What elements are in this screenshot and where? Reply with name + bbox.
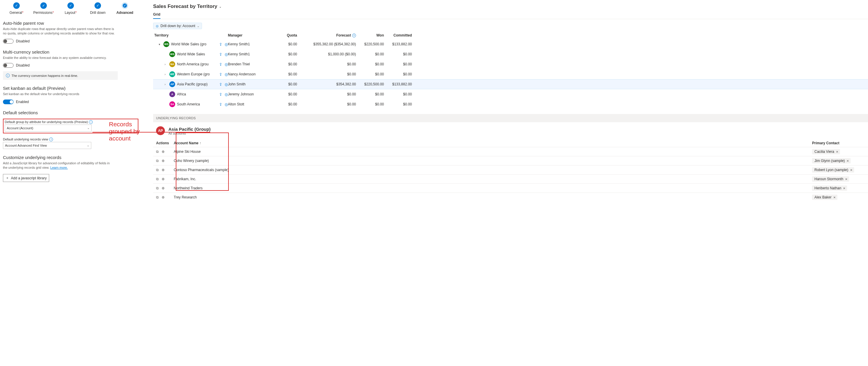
person-icon[interactable]: ◎	[225, 42, 228, 47]
person-icon[interactable]: ◎	[225, 92, 228, 97]
info-icon[interactable]: i	[352, 34, 356, 37]
autohide-title: Auto-hide parent row	[3, 21, 138, 26]
col-manager[interactable]: Manager	[228, 33, 269, 37]
territory-row[interactable]: ▾ WS World Wide Sales (group ⇪ ◎ Kenny S…	[153, 39, 868, 49]
quota-cell: $0.00	[269, 102, 297, 106]
primary-contact-chip[interactable]: Cacilia Viera✕	[812, 149, 840, 154]
add-icon[interactable]: ⊕	[162, 195, 164, 199]
forecast-cell: $354,382.00	[297, 82, 356, 86]
territory-badge: SA	[169, 101, 175, 107]
view-select[interactable]: Account Advanced Find View ⌄	[3, 142, 91, 149]
territory-row[interactable]: SA South America ⇪ ◎ Alton Stott $0.00 $…	[153, 99, 868, 109]
share-icon[interactable]: ⇪	[219, 102, 222, 106]
territory-row[interactable]: › WE Western Europe (gro ⇪ ◎ Nancy Ander…	[153, 69, 868, 79]
territory-row[interactable]: › NA North America (grou ⇪ ◎ Brenden Thi…	[153, 59, 868, 69]
add-icon[interactable]: ⊕	[162, 159, 164, 163]
info-icon[interactable]: i	[89, 120, 93, 124]
col-quota[interactable]: Quota	[269, 33, 297, 37]
territory-row[interactable]: WS World Wide Sales ⇪ ◎ Kenny Smith1 $0.…	[153, 49, 868, 59]
open-icon[interactable]: ⧉	[156, 177, 159, 181]
group-by-label: Default group by attribute for underlyin…	[5, 120, 88, 124]
person-icon[interactable]: ◎	[225, 72, 228, 77]
account-row[interactable]: ⧉ ⊕ Alpine Ski House Cacilia Viera✕	[153, 147, 868, 156]
share-icon[interactable]: ⇪	[219, 42, 222, 47]
expander-icon[interactable]: ›	[164, 83, 167, 86]
primary-contact-chip[interactable]: Robert Lyon (sample)✕	[812, 167, 854, 173]
account-row[interactable]: ⧉ ⊕ Northwind Traders Heriberto Nathan✕	[153, 183, 868, 192]
close-icon[interactable]: ✕	[836, 150, 838, 153]
share-icon[interactable]: ⇪	[219, 52, 222, 57]
step-advanced[interactable]: ✓ Advanced	[111, 2, 138, 15]
open-icon[interactable]: ⧉	[156, 195, 159, 199]
territory-badge: WS	[169, 51, 175, 57]
col-forecast[interactable]: Forecast	[336, 33, 351, 37]
expander-icon[interactable]: ›	[164, 63, 167, 66]
tab-grid[interactable]: Grid	[153, 12, 160, 19]
open-icon[interactable]: ⧉	[156, 168, 159, 172]
share-icon[interactable]: ⇪	[219, 92, 222, 97]
open-icon[interactable]: ⧉	[156, 186, 159, 190]
autohide-toggle[interactable]	[3, 39, 13, 43]
primary-contact-chip[interactable]: Haroun Stormonth✕	[812, 176, 849, 182]
sort-asc-icon: ↑	[199, 141, 201, 145]
learn-more-link[interactable]: Learn more.	[50, 166, 68, 169]
open-icon[interactable]: ⧉	[156, 150, 159, 154]
close-icon[interactable]: ✕	[850, 169, 852, 172]
step-drilldown[interactable]: ✓ Drill down	[84, 2, 111, 15]
multicurrency-desc: Enable the ability to view forecast data…	[3, 56, 115, 60]
chevron-down-icon[interactable]: ⌄	[219, 5, 221, 8]
info-icon[interactable]: i	[49, 138, 53, 141]
territory-name: North America (grou	[177, 62, 209, 66]
step-general[interactable]: ✓ General*	[3, 2, 30, 15]
open-icon[interactable]: ⧉	[156, 159, 159, 163]
under-sub: All accounts	[168, 132, 211, 135]
account-row[interactable]: ⧉ ⊕ Contoso Pharmaceuticals (sample) Rob…	[153, 165, 868, 174]
add-icon[interactable]: ⊕	[162, 150, 164, 154]
account-row[interactable]: ⧉ ⊕ Trey Research Alex Baker✕	[153, 192, 868, 202]
primary-contact-chip[interactable]: Heriberto Nathan✕	[812, 185, 847, 191]
step-layout[interactable]: ✓ Layout*	[57, 2, 84, 15]
close-icon[interactable]: ✕	[846, 159, 849, 162]
person-icon[interactable]: ◎	[225, 102, 228, 106]
col-primary-contact[interactable]: Primary Contact	[812, 141, 865, 145]
share-icon[interactable]: ⇪	[219, 72, 222, 77]
currency-info-banner: i The currency conversion happens in rea…	[3, 71, 118, 80]
col-territory[interactable]: Territory	[154, 33, 228, 37]
share-icon[interactable]: ⇪	[219, 82, 222, 87]
forecast-cell: $1,000.00 ($0.00)	[297, 52, 356, 56]
kanban-toggle[interactable]	[3, 99, 13, 104]
expander-icon[interactable]: ›	[164, 73, 167, 76]
territory-row[interactable]: › AP Asia Pacific (group) ⇪ ◎ John Smith…	[153, 79, 868, 89]
add-js-library-button[interactable]: ＋ Add a javascript library	[3, 174, 49, 182]
share-icon[interactable]: ⇪	[219, 62, 222, 66]
committed-cell: $133,882.00	[384, 82, 412, 86]
territory-name: South America	[177, 102, 200, 106]
person-icon[interactable]: ◎	[225, 52, 228, 57]
add-icon[interactable]: ⊕	[162, 177, 164, 181]
primary-contact-chip[interactable]: Jim Glynn (sample)✕	[812, 158, 850, 163]
col-won[interactable]: Won	[356, 33, 384, 37]
manager-cell: John Smith	[228, 82, 269, 86]
drill-down-chip[interactable]: ◎ Drill down by: Account ⌄	[153, 23, 202, 29]
committed-cell: $0.00	[384, 52, 412, 56]
add-icon[interactable]: ⊕	[162, 186, 164, 190]
account-row[interactable]: ⧉ ⊕ Coho Winery (sample) Jim Glynn (samp…	[153, 156, 868, 165]
expander-icon[interactable]: ▾	[159, 43, 162, 46]
group-by-select[interactable]: Account (Account) ⌄	[5, 125, 92, 132]
step-permissions[interactable]: ✓ Permissions*	[30, 2, 57, 15]
multicurrency-toggle[interactable]	[3, 63, 13, 68]
close-icon[interactable]: ✕	[845, 178, 847, 181]
territory-row[interactable]: A Africa ⇪ ◎ Jeremy Johnson $0.00 $0.00 …	[153, 89, 868, 99]
primary-contact-chip[interactable]: Alex Baker✕	[812, 195, 837, 200]
account-name: Contoso Pharmaceuticals (sample)	[174, 168, 812, 172]
col-actions[interactable]: Actions	[156, 141, 174, 145]
forecast-title[interactable]: Sales Forecast by Territory	[153, 3, 217, 9]
col-account-name[interactable]: Account Name	[174, 141, 198, 145]
col-committed[interactable]: Committed	[384, 33, 412, 37]
person-icon[interactable]: ◎	[225, 62, 228, 66]
close-icon[interactable]: ✕	[833, 196, 836, 199]
account-row[interactable]: ⧉ ⊕ Fabrikam, Inc. Haroun Stormonth✕	[153, 174, 868, 183]
close-icon[interactable]: ✕	[843, 187, 845, 190]
add-icon[interactable]: ⊕	[162, 168, 164, 172]
person-icon[interactable]: ◎	[225, 82, 228, 87]
